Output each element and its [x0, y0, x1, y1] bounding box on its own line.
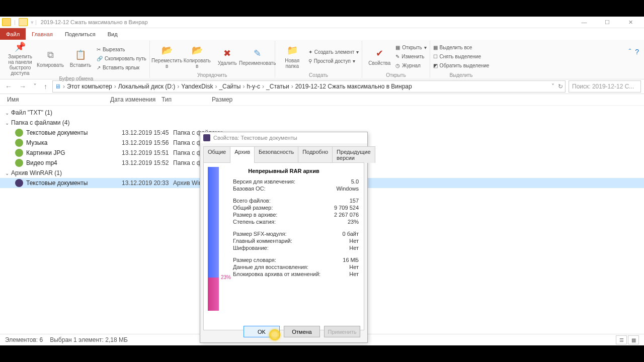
- tab-file[interactable]: Файл: [0, 28, 26, 40]
- group-organize-label: Упорядочить: [197, 72, 227, 78]
- breadcrumb[interactable]: 🖥 ›Этот компьютер ›Локальный диск (D:) ›…: [52, 80, 566, 93]
- up-button[interactable]: ↑: [42, 82, 49, 90]
- help-icon[interactable]: ˆ ?: [629, 48, 639, 56]
- edit-button[interactable]: ✎Изменить: [395, 53, 426, 61]
- tab-archive[interactable]: Архив: [230, 146, 255, 163]
- scissors-icon: ✂: [97, 47, 101, 52]
- tab-previous-versions[interactable]: Предыдущие версии: [332, 146, 375, 163]
- dialog-tabs: Общие Архив Безопасность Подробно Предыд…: [200, 143, 367, 163]
- compression-bar-chart: [208, 167, 219, 311]
- dialog-titlebar[interactable]: Свойства: Текстовые документы: [200, 132, 367, 143]
- tab-home[interactable]: Главная: [26, 28, 59, 40]
- cut-button[interactable]: ✂Вырезать: [97, 45, 146, 53]
- status-selection: Выбран 1 элемент: 2,18 МБ: [50, 336, 128, 343]
- move-to-button[interactable]: 📂Переместить в: [153, 45, 181, 69]
- folder-sync-icon: [15, 129, 23, 137]
- history-icon: ◷: [395, 63, 400, 68]
- nav-bar: ← → ˅ ↑ 🖥 ›Этот компьютер ›Локальный дис…: [0, 79, 644, 94]
- properties-button[interactable]: ✔Свойства: [365, 47, 393, 66]
- tab-security[interactable]: Безопасность: [254, 146, 298, 163]
- pc-icon: 🖥: [55, 83, 61, 90]
- qat-sep: |: [14, 19, 16, 25]
- shortcut-icon: ↗: [97, 65, 101, 70]
- copy-to-button[interactable]: 📂Копировать в: [183, 45, 211, 69]
- tab-general[interactable]: Общие: [203, 146, 230, 163]
- dialog-body: 23% Непрерывный RAR архив Версия для изв…: [203, 162, 364, 330]
- new-item-button[interactable]: ✦Создать элемент ▾: [308, 48, 359, 56]
- easy-access-button[interactable]: ⚲Простой доступ ▾: [308, 57, 359, 65]
- delete-button[interactable]: ✖Удалить: [213, 47, 242, 66]
- forward-button[interactable]: →: [17, 82, 28, 90]
- paste-shortcut-button[interactable]: ↗Вставить ярлык: [97, 63, 146, 71]
- col-date: Дата изменения: [110, 96, 162, 103]
- path-icon: 🔗: [97, 56, 103, 61]
- group-open-label: Открыть: [386, 72, 406, 78]
- easy-access-icon: ⚲: [308, 58, 312, 64]
- open-button[interactable]: ▦Открыть ▾: [395, 44, 426, 52]
- properties-dialog: Свойства: Текстовые документы Общие Архи…: [200, 132, 368, 343]
- ribbon-tabs: Файл Главная Поделиться Вид: [0, 28, 644, 40]
- new-folder-button[interactable]: 📁Новая папка: [278, 45, 306, 69]
- copy-path-button[interactable]: 🔗Скопировать путь: [97, 54, 146, 62]
- ribbon: ˆ ? 📌Закрепить на панели быстрого доступ…: [0, 40, 644, 79]
- archive-type-heading: Непрерывный RAR архив: [209, 168, 359, 174]
- maximize-button[interactable]: ☐: [600, 19, 615, 26]
- view-details-button[interactable]: ☰: [616, 335, 627, 344]
- tab-details[interactable]: Подробно: [298, 146, 333, 163]
- folder-open-icon: [19, 18, 28, 26]
- edit-icon: ✎: [395, 54, 399, 59]
- cursor-highlight-icon: [269, 329, 280, 340]
- group-folders[interactable]: Папка с файлами (4): [0, 118, 644, 128]
- apply-button[interactable]: Применить: [324, 326, 360, 337]
- column-headers[interactable]: Имя Дата изменения Тип Размер: [0, 94, 644, 106]
- close-button[interactable]: ✕: [623, 19, 638, 26]
- history-button[interactable]: ◷Журнал: [395, 62, 426, 70]
- select-all-button[interactable]: ▦Выделить все: [433, 44, 490, 52]
- cancel-button[interactable]: Отмена: [284, 326, 320, 337]
- paste-button[interactable]: 📋Вставить: [66, 49, 95, 68]
- folder-sync-icon: [15, 149, 23, 157]
- open-icon: ▦: [395, 45, 400, 50]
- dialog-title: Свойства: Текстовые документы: [213, 135, 297, 141]
- compression-ratio-label: 23%: [221, 275, 231, 280]
- group-txt[interactable]: Файл "TXT" (1): [0, 108, 644, 118]
- folder-icon: [2, 18, 11, 26]
- tab-view[interactable]: Вид: [102, 28, 124, 40]
- recent-button[interactable]: ˅: [31, 82, 39, 90]
- group-select-label: Выделить: [449, 72, 472, 78]
- select-none-button[interactable]: ☐Снять выделение: [433, 53, 490, 61]
- col-type: Тип: [162, 96, 212, 103]
- new-item-icon: ✦: [308, 49, 312, 55]
- tab-share[interactable]: Поделиться: [59, 28, 102, 40]
- rar-icon: [15, 179, 23, 187]
- invert-selection-button[interactable]: ◩Обратить выделение: [433, 62, 490, 70]
- minimize-button[interactable]: —: [577, 19, 592, 26]
- copy-button[interactable]: ⧉Копировать: [36, 49, 64, 68]
- rename-button[interactable]: ✎Переименовать: [244, 47, 272, 66]
- col-name: Имя: [7, 96, 110, 103]
- group-new-label: Создать: [309, 72, 328, 78]
- back-button[interactable]: ←: [3, 82, 14, 90]
- folder-sync-icon: [15, 139, 23, 147]
- window-titlebar: | ▾ | 2019-12-12 Сжать максимально в Вин…: [0, 17, 644, 28]
- rar-icon: [203, 134, 210, 141]
- select-all-icon: ▦: [433, 45, 438, 50]
- folder-sync-icon: [15, 159, 23, 167]
- invert-icon: ◩: [433, 63, 438, 68]
- pin-button[interactable]: 📌Закрепить на панели быстрого доступа: [6, 41, 34, 76]
- view-icons-button[interactable]: ▦: [628, 335, 639, 344]
- status-items: Элементов: 6: [5, 336, 43, 343]
- col-size: Размер: [212, 96, 252, 103]
- window-title: 2019-12-12 Сжать максимально в Винрар: [41, 19, 148, 25]
- search-input[interactable]: Поиск: 2019-12-12 С...: [569, 80, 641, 93]
- select-none-icon: ☐: [433, 54, 438, 59]
